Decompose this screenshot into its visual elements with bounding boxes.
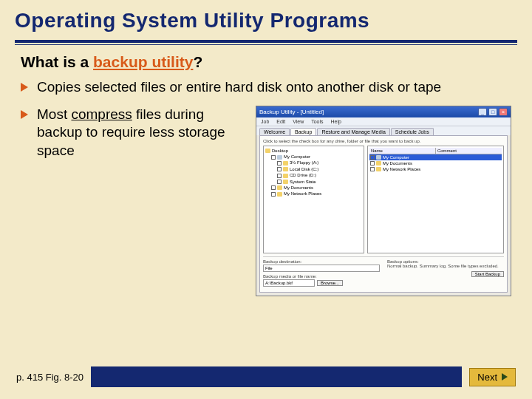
menu-item[interactable]: Tools (311, 119, 323, 124)
tab-restore[interactable]: Restore and Manage Media (317, 128, 389, 135)
close-button[interactable]: × (499, 108, 508, 116)
next-button[interactable]: Next (469, 368, 516, 386)
bullet-text: Copies selected files or entire hard dis… (37, 78, 441, 97)
media-input[interactable]: A:\Backup.bkf (263, 279, 315, 287)
slide-title: Operating System Utility Programs (15, 9, 517, 33)
menu-item[interactable]: Job (261, 119, 269, 124)
dest-select[interactable]: File (263, 265, 380, 272)
menu-bar: Job Edit View Tools Help (256, 117, 511, 126)
bullet-icon (21, 83, 28, 92)
bottom-band (91, 366, 462, 387)
title-divider (15, 40, 517, 43)
titlebar: Backup Utility - [Untitled] _ □ × (256, 106, 511, 117)
minimize-button[interactable]: _ (478, 108, 487, 116)
tab-schedule[interactable]: Schedule Jobs (391, 128, 434, 135)
instruction-text: Click to select the check box for any dr… (263, 139, 504, 143)
tab-bar: Welcome Backup Restore and Manage Media … (256, 126, 511, 135)
start-backup-button[interactable]: Start Backup (471, 271, 504, 277)
page-ref: p. 415 Fig. 8-20 (16, 372, 83, 383)
folder-tree[interactable]: Desktop My Computer 3½ Floppy (A:) Local… (263, 146, 364, 253)
browse-button[interactable]: Browse... (317, 280, 343, 286)
screenshot-backup-utility: Backup Utility - [Untitled] _ □ × Job Ed… (256, 106, 511, 296)
list-header: Name Comment (369, 148, 502, 154)
arrow-icon (502, 373, 508, 381)
menu-item[interactable]: Edit (276, 119, 285, 124)
list-item[interactable]: My Documents (369, 160, 502, 166)
list-item[interactable]: My Computer (369, 154, 502, 160)
bullet-icon (21, 110, 28, 119)
bullet-text: Most compress files during backup to req… (37, 106, 242, 160)
maximize-button[interactable]: □ (488, 108, 497, 116)
window-title: Backup Utility - [Untitled] (259, 109, 478, 115)
question-text: What is a backup utility? (21, 53, 511, 71)
tab-welcome[interactable]: Welcome (259, 128, 290, 135)
menu-item[interactable]: Help (330, 119, 341, 124)
bullet-item: Most compress files during backup to req… (21, 106, 242, 160)
file-list[interactable]: Name Comment My Computer My Documents My… (367, 146, 504, 253)
dest-label: Backup destination: (263, 259, 380, 264)
question-highlight: backup utility (93, 53, 193, 70)
opts-text: Normal backup. Summary log. Some file ty… (387, 264, 504, 268)
menu-item[interactable]: View (293, 119, 304, 124)
list-item[interactable]: My Network Places (369, 166, 502, 172)
tab-backup[interactable]: Backup (290, 128, 316, 135)
underlined-word: compress (71, 106, 132, 122)
bullet-item: Copies selected files or entire hard dis… (21, 78, 511, 97)
media-label: Backup media or file name: (263, 274, 380, 279)
